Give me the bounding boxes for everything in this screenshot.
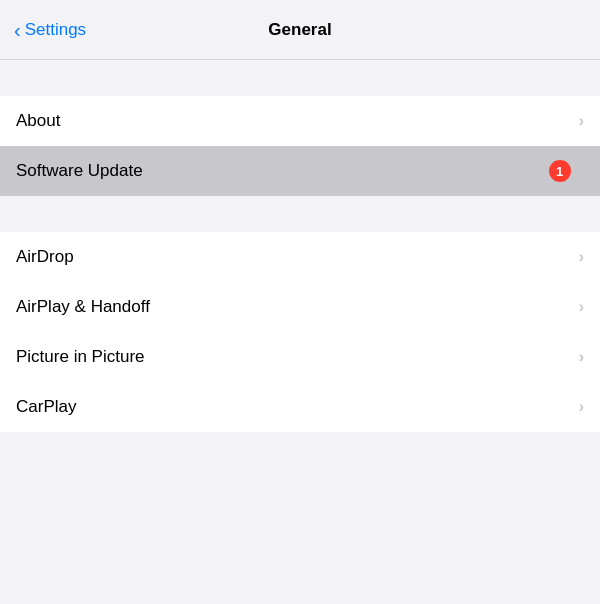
back-button[interactable]: ‹ Settings xyxy=(14,20,86,40)
carplay-chevron-icon: › xyxy=(579,399,584,415)
page-title: General xyxy=(268,20,331,40)
about-row-right: › xyxy=(579,113,584,129)
picture-in-picture-chevron-icon: › xyxy=(579,349,584,365)
airplay-handoff-chevron-icon: › xyxy=(579,299,584,315)
carplay-row-right: › xyxy=(579,399,584,415)
table-section-2: AirDrop › AirPlay & Handoff › Picture in… xyxy=(0,232,600,432)
back-label: Settings xyxy=(25,20,86,40)
airdrop-row-left: AirDrop xyxy=(16,247,579,267)
airplay-handoff-row-left: AirPlay & Handoff xyxy=(16,297,579,317)
about-row-left: About xyxy=(16,111,579,131)
airplay-handoff-label: AirPlay & Handoff xyxy=(16,297,150,317)
table-section-1: About › Software Update 1 › xyxy=(0,96,600,196)
airplay-handoff-row[interactable]: AirPlay & Handoff › xyxy=(0,282,600,332)
software-update-row-right: 1 › xyxy=(549,160,584,182)
about-label: About xyxy=(16,111,60,131)
picture-in-picture-row[interactable]: Picture in Picture › xyxy=(0,332,600,382)
carplay-row-left: CarPlay xyxy=(16,397,579,417)
section-gap-2 xyxy=(0,196,600,232)
picture-in-picture-label: Picture in Picture xyxy=(16,347,145,367)
airdrop-row[interactable]: AirDrop › xyxy=(0,232,600,282)
software-update-badge: 1 xyxy=(549,160,571,182)
about-chevron-icon: › xyxy=(579,113,584,129)
airdrop-label: AirDrop xyxy=(16,247,74,267)
airdrop-row-right: › xyxy=(579,249,584,265)
airplay-handoff-row-right: › xyxy=(579,299,584,315)
airdrop-chevron-icon: › xyxy=(579,249,584,265)
carplay-row[interactable]: CarPlay › xyxy=(0,382,600,432)
section-gap-1 xyxy=(0,60,600,96)
carplay-label: CarPlay xyxy=(16,397,76,417)
software-update-chevron-icon: › xyxy=(579,163,584,179)
software-update-row[interactable]: Software Update 1 › xyxy=(0,146,600,196)
picture-in-picture-row-left: Picture in Picture xyxy=(16,347,579,367)
chevron-left-icon: ‹ xyxy=(14,20,21,40)
picture-in-picture-row-right: › xyxy=(579,349,584,365)
about-row[interactable]: About › xyxy=(0,96,600,146)
software-update-row-left: Software Update xyxy=(16,161,549,181)
software-update-label: Software Update xyxy=(16,161,143,181)
navigation-bar: ‹ Settings General xyxy=(0,0,600,60)
